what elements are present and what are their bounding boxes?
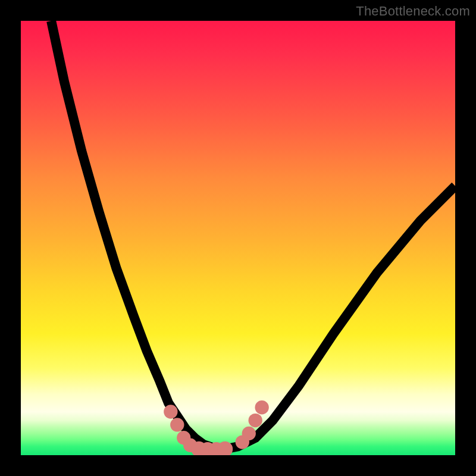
curve-marker bbox=[255, 400, 268, 414]
marker-group bbox=[164, 400, 269, 455]
curve-marker bbox=[164, 405, 177, 418]
plot-area bbox=[21, 21, 455, 455]
curve-marker bbox=[242, 427, 256, 440]
curve-marker bbox=[170, 418, 184, 431]
chart-frame: TheBottleneck.com bbox=[0, 0, 476, 476]
bottleneck-curve-svg bbox=[21, 21, 455, 455]
bottleneck-curve bbox=[51, 21, 455, 449]
curve-marker bbox=[249, 414, 262, 427]
watermark-text: TheBottleneck.com bbox=[356, 4, 470, 19]
